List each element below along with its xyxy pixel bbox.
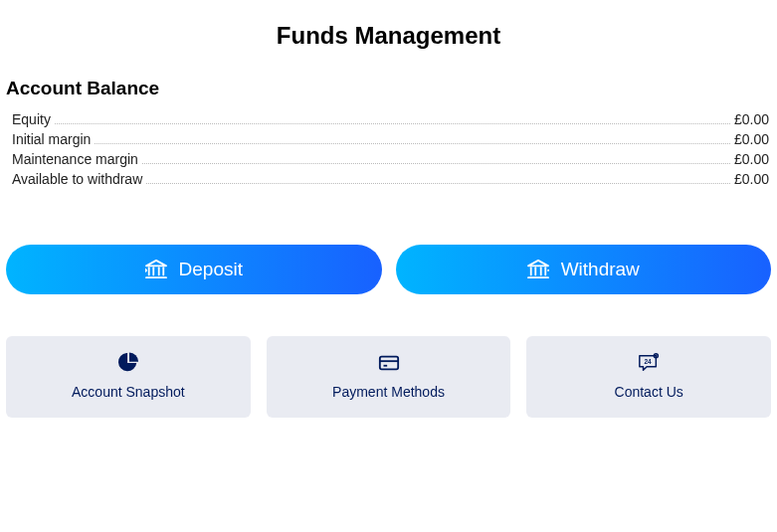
credit-card-icon	[378, 352, 400, 374]
balance-value: £0.00	[734, 131, 769, 147]
withdraw-button[interactable]: Withdraw	[396, 245, 772, 294]
account-balance-heading: Account Balance	[0, 78, 777, 109]
dots-divider	[55, 123, 730, 124]
payment-methods-card[interactable]: Payment Methods	[267, 336, 511, 418]
account-snapshot-label: Account Snapshot	[72, 384, 185, 400]
balance-value: £0.00	[734, 151, 769, 167]
balance-row-equity: Equity £0.00	[12, 109, 769, 129]
contact-us-label: Contact Us	[615, 384, 683, 400]
withdraw-button-label: Withdraw	[561, 259, 640, 280]
contact-us-card[interactable]: 24 Contact Us	[526, 336, 771, 418]
balance-label: Maintenance margin	[12, 151, 138, 167]
balance-row-available-withdraw: Available to withdraw £0.00	[12, 169, 769, 189]
balance-label: Available to withdraw	[12, 171, 142, 187]
contact-24-icon: 24	[637, 352, 661, 374]
dots-divider	[95, 143, 730, 144]
balance-value: £0.00	[734, 111, 769, 127]
dots-divider	[142, 163, 730, 164]
balance-label: Initial margin	[12, 131, 91, 147]
withdraw-bank-icon	[527, 260, 549, 279]
deposit-button-label: Deposit	[179, 259, 243, 280]
payment-methods-label: Payment Methods	[332, 384, 445, 400]
svg-marker-0	[146, 261, 166, 266]
balance-label: Equity	[12, 111, 51, 127]
dots-divider	[146, 183, 730, 184]
svg-text:24: 24	[645, 358, 653, 365]
balance-row-maintenance-margin: Maintenance margin £0.00	[12, 149, 769, 169]
balance-row-initial-margin: Initial margin £0.00	[12, 129, 769, 149]
balance-value: £0.00	[734, 171, 769, 187]
svg-marker-7	[528, 261, 548, 266]
account-snapshot-card[interactable]: Account Snapshot	[6, 336, 251, 418]
deposit-bank-icon	[145, 260, 167, 279]
action-row: Deposit Withdraw	[0, 189, 777, 294]
pie-chart-icon	[117, 352, 139, 374]
deposit-button[interactable]: Deposit	[6, 245, 382, 294]
page-title: Funds Management	[0, 0, 777, 78]
svg-rect-14	[379, 357, 397, 370]
card-row: Account Snapshot Payment Methods 24	[0, 294, 777, 418]
balance-list: Equity £0.00 Initial margin £0.00 Mainte…	[0, 109, 777, 189]
